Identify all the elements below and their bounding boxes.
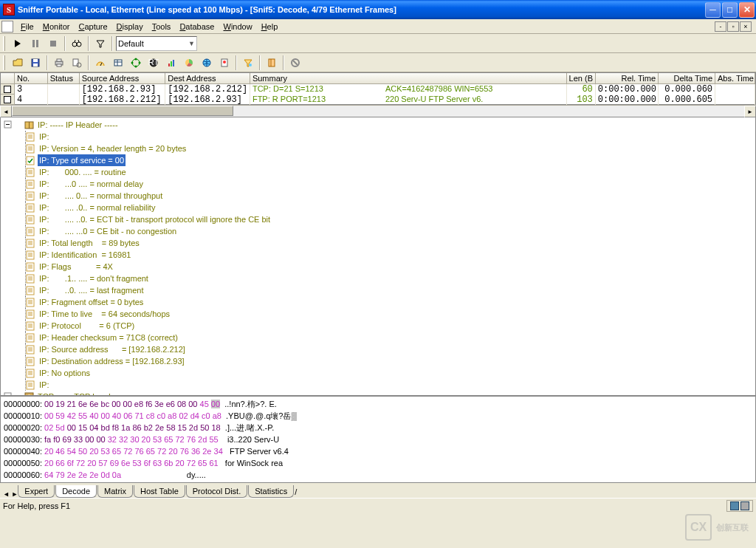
global-stats-icon[interactable]: [199, 55, 215, 71]
open-icon[interactable]: [10, 55, 26, 71]
decode-line[interactable]: IP: Header checksum = 71C8 (correct): [4, 332, 755, 343]
grid-hscrollbar[interactable]: ◄►: [0, 105, 756, 117]
decode-line[interactable]: IP: .... 0... = normal throughput: [4, 190, 755, 202]
col-no[interactable]: No.: [15, 73, 48, 84]
decode-line[interactable]: IP: ...0 .... = normal delay: [4, 178, 755, 190]
decode-line[interactable]: IP: Protocol = 6 (TCP): [4, 320, 755, 332]
tab-protocol-dist-[interactable]: Protocol Dist.: [186, 485, 247, 498]
col-abstime[interactable]: Abs. Time: [715, 73, 755, 84]
pause-button[interactable]: [27, 35, 44, 52]
page-icon: [26, 144, 36, 154]
hex-row[interactable]: 00000000: 00 19 21 6e 6e bc 00 00 e8 f6 …: [4, 398, 752, 410]
history-icon[interactable]: [163, 55, 179, 71]
protocol-dist-icon[interactable]: [181, 55, 197, 71]
dashboard-icon[interactable]: [92, 55, 109, 71]
decode-line[interactable]: IP: Flags = 4X: [4, 261, 755, 273]
capture-panel-icon[interactable]: [240, 55, 256, 71]
host-table-icon[interactable]: [110, 55, 126, 71]
col-status[interactable]: Status: [48, 73, 80, 84]
col-source[interactable]: Source Address: [80, 73, 166, 84]
menu-file[interactable]: File: [16, 21, 38, 32]
stop-capture-icon[interactable]: [287, 55, 303, 71]
maximize-button[interactable]: □: [722, 2, 738, 18]
hex-row[interactable]: 00000050: 20 66 6f 72 20 57 69 6e 53 6f …: [4, 457, 752, 469]
decode-line[interactable]: IP: 000. .... = routine: [4, 166, 755, 178]
tab-matrix[interactable]: Matrix: [97, 485, 133, 498]
decode-pane[interactable]: IP: ----- IP Header -----IP:IP: Version …: [0, 117, 756, 396]
print-icon[interactable]: [51, 55, 67, 71]
tab-decode[interactable]: Decode: [55, 485, 97, 498]
page-icon: [26, 298, 36, 307]
tab-expert[interactable]: Expert: [18, 485, 55, 498]
decode-line[interactable]: IP: Fragment offset = 0 bytes: [4, 296, 755, 308]
decode-header-line[interactable]: TCP: ----- TCP header -----: [4, 391, 755, 396]
play-button[interactable]: [10, 35, 26, 52]
hex-row[interactable]: 00000040: 20 46 54 50 20 53 65 72 76 65 …: [4, 445, 752, 457]
hex-pane[interactable]: 00000000: 00 19 21 6e 6e bc 00 00 e8 f6 …: [0, 396, 756, 483]
svg-point-21: [131, 61, 134, 64]
binoculars-icon[interactable]: [69, 35, 85, 52]
col-len[interactable]: Len (B: [567, 73, 596, 84]
decode-line[interactable]: IP: Version = 4, header length = 20 byte…: [4, 143, 755, 154]
alarm-log-icon[interactable]: [216, 55, 233, 71]
packet-row[interactable]: 4[192.168.2.212][192.168.2.93]FTP: R POR…: [1, 95, 755, 105]
decode-line[interactable]: IP: Identification = 16981: [4, 249, 755, 261]
decode-line[interactable]: IP: .... ...0 = CE bit - no congestion: [4, 225, 755, 237]
packet-row[interactable]: 3[192.168.2.93][192.168.2.212]TCP: D=21 …: [1, 84, 755, 95]
decode-line[interactable]: IP:: [4, 379, 755, 391]
menu-display[interactable]: Display: [112, 21, 148, 32]
close-button[interactable]: ✕: [739, 2, 755, 18]
address-book-icon[interactable]: [264, 55, 280, 71]
col-reltime[interactable]: Rel. Time: [596, 73, 659, 84]
decode-line[interactable]: IP: Total length = 89 bytes: [4, 237, 755, 249]
decode-line[interactable]: IP: ..0. .... = last fragment: [4, 284, 755, 296]
app-icon: S: [3, 4, 15, 16]
decode-line[interactable]: IP: .... .0.. = normal reliability: [4, 202, 755, 213]
col-dest[interactable]: Dest Address: [165, 73, 250, 84]
decode-line[interactable]: IP: Source address = [192.168.2.212]: [4, 343, 755, 355]
menu-database[interactable]: Database: [175, 21, 219, 32]
decode-line[interactable]: IP: Type of service = 00: [4, 154, 755, 166]
decode-line[interactable]: IP: .1.. .... = don't fragment: [4, 273, 755, 284]
svg-point-4: [77, 42, 81, 47]
filter-select[interactable]: Default▼: [116, 36, 197, 51]
page-icon: [26, 321, 36, 331]
page-icon: [26, 239, 36, 248]
hex-row[interactable]: 00000010: 00 59 42 55 40 00 40 06 71 c8 …: [4, 410, 752, 422]
decode-line[interactable]: IP: Time to live = 64 seconds/hops: [4, 308, 755, 320]
matrix-icon[interactable]: [128, 55, 144, 71]
define-filter-icon[interactable]: [92, 35, 109, 52]
decode-line[interactable]: IP: No options: [4, 367, 755, 379]
tab-statistics[interactable]: Statistics: [248, 485, 294, 498]
print-preview-icon[interactable]: [69, 55, 85, 71]
mdi-close-button[interactable]: ×: [740, 21, 752, 32]
hex-row[interactable]: 00000020: 02 5d 00 15 04 bd f8 1a 86 b2 …: [4, 422, 752, 434]
svg-rect-2: [50, 41, 56, 47]
toolbar-grip[interactable]: [3, 55, 5, 70]
hex-row[interactable]: 00000030: fa f0 69 33 00 00 32 32 30 20 …: [4, 434, 752, 445]
tab-host-table[interactable]: Host Table: [134, 485, 185, 498]
menu-monitor[interactable]: Monitor: [38, 21, 75, 32]
toolbar-grip[interactable]: [3, 36, 5, 51]
svg-point-19: [139, 61, 141, 64]
col-deltatime[interactable]: Delta Time: [659, 73, 715, 84]
col-summary[interactable]: Summary: [250, 73, 567, 84]
decode-line[interactable]: IP: .... ..0. = ECT bit - transport prot…: [4, 213, 755, 225]
menu-tools[interactable]: Tools: [148, 21, 176, 32]
menu-help[interactable]: Help: [257, 21, 283, 32]
menu-window[interactable]: Window: [219, 21, 256, 32]
decode-line[interactable]: IP: Destination address = [192.168.2.93]: [4, 355, 755, 367]
svg-rect-24: [168, 64, 170, 66]
decode-line[interactable]: IP:: [4, 131, 755, 143]
minimize-button[interactable]: ─: [705, 2, 721, 18]
decode-header-line[interactable]: IP: ----- IP Header -----: [4, 119, 755, 131]
mdi-restore-button[interactable]: ▫: [727, 21, 739, 32]
mdi-minimize-button[interactable]: -: [715, 21, 726, 32]
app-response-icon[interactable]: RT: [145, 55, 162, 71]
save-icon[interactable]: [27, 55, 44, 71]
svg-point-18: [135, 58, 137, 60]
menu-capture[interactable]: Capture: [74, 21, 111, 32]
watermark: CX 创新互联: [685, 514, 749, 541]
hex-row[interactable]: 00000060: 64 79 2e 2e 2e 0d 0a dy.....: [4, 469, 752, 481]
stop-button[interactable]: [45, 35, 61, 52]
